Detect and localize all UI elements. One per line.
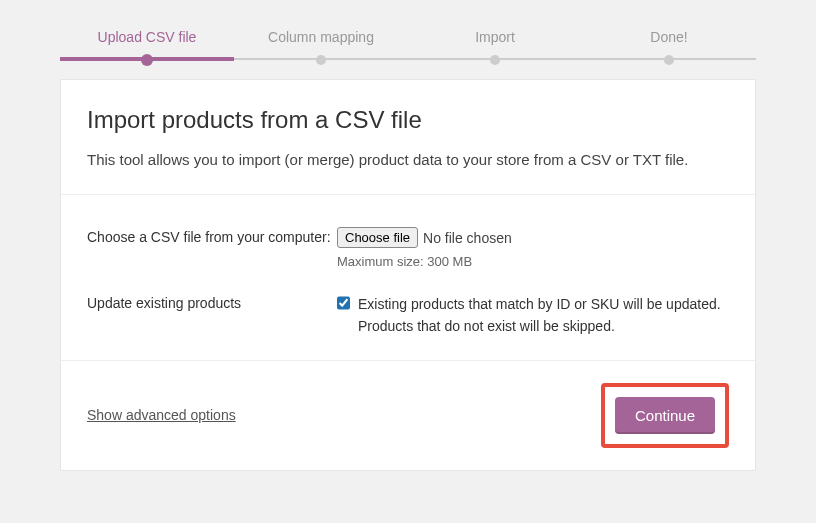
file-label: Choose a CSV file from your computer: <box>87 227 337 248</box>
choose-file-button[interactable]: Choose file <box>337 227 418 248</box>
import-card: Import products from a CSV file This too… <box>60 79 756 471</box>
continue-highlight: Continue <box>601 383 729 448</box>
step-dot-icon <box>664 55 674 65</box>
step-upload: Upload CSV file <box>60 28 234 59</box>
file-status: No file chosen <box>423 230 512 246</box>
wizard-stepper: Upload CSV file Column mapping Import Do… <box>60 0 756 59</box>
step-dot-icon <box>141 54 153 66</box>
update-label: Update existing products <box>87 293 337 314</box>
page-description: This tool allows you to import (or merge… <box>87 148 729 172</box>
show-advanced-link[interactable]: Show advanced options <box>87 407 236 423</box>
step-dot-icon <box>490 55 500 65</box>
update-existing-checkbox[interactable] <box>337 295 350 311</box>
continue-button[interactable]: Continue <box>615 397 715 434</box>
step-mapping: Column mapping <box>234 28 408 59</box>
step-import: Import <box>408 28 582 59</box>
file-row: Choose a CSV file from your computer: Ch… <box>87 215 729 281</box>
step-dot-icon <box>316 55 326 65</box>
file-size-hint: Maximum size: 300 MB <box>337 254 729 269</box>
update-description: Existing products that match by ID or SK… <box>358 293 729 338</box>
update-row: Update existing products Existing produc… <box>87 281 729 350</box>
step-done: Done! <box>582 28 756 59</box>
page-title: Import products from a CSV file <box>87 106 729 134</box>
